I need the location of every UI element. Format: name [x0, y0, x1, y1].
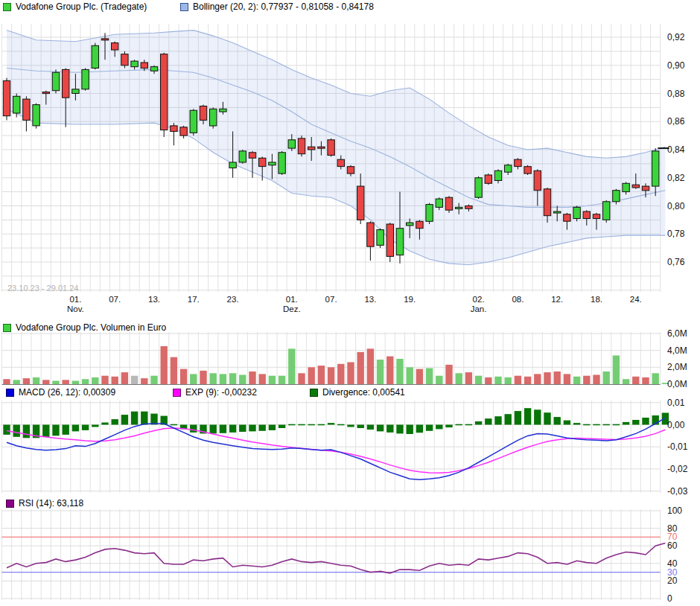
svg-text:23.10.23 - 29.01.24: 23.10.23 - 29.01.24 [7, 284, 78, 293]
svg-text:08.: 08. [512, 295, 524, 304]
legend-divergence-label: Divergence: 0,00541 [322, 387, 405, 398]
legend-macd-label: MACD (26, 12): 0,00309 [19, 387, 115, 398]
legend-volume: Vodafone Group Plc. Volumen in Euro [3, 322, 166, 333]
legend-row-macd: MACD (26, 12): 0,00309 EXP (9): -0,00232… [6, 387, 115, 398]
svg-text:18.: 18. [591, 295, 602, 304]
svg-text:0,0M: 0,0M [667, 379, 687, 389]
svg-text:24.: 24. [630, 295, 642, 304]
svg-text:01.: 01. [286, 295, 298, 304]
svg-text:17.: 17. [188, 295, 200, 304]
svg-text:07.: 07. [325, 295, 337, 304]
legend-volume-label: Vodafone Group Plc. Volumen in Euro [16, 322, 166, 333]
svg-text:4,0M: 4,0M [667, 345, 687, 356]
svg-text:19.: 19. [404, 295, 416, 304]
exp-color-swatch-icon [173, 389, 181, 397]
legend-row-volume: Vodafone Group Plc. Volumen in Euro [3, 322, 166, 333]
svg-text:0,01: 0,01 [667, 398, 685, 408]
svg-text:0,90: 0,90 [667, 60, 685, 71]
legend-macd: MACD (26, 12): 0,00309 [6, 387, 115, 398]
svg-text:100: 100 [667, 505, 682, 516]
svg-text:13.: 13. [364, 295, 376, 304]
svg-text:0,78: 0,78 [667, 229, 685, 239]
svg-text:0,00: 0,00 [667, 420, 685, 430]
svg-text:07.: 07. [109, 295, 121, 304]
svg-text:12.: 12. [551, 295, 563, 304]
svg-text:0,92: 0,92 [667, 32, 685, 42]
svg-text:01.: 01. [69, 295, 81, 304]
svg-text:6,0M: 6,0M [667, 328, 687, 339]
svg-text:02.: 02. [473, 295, 485, 304]
legend-main-symbol: Vodafone Group Plc. (Tradegate) [3, 1, 147, 12]
svg-text:0,88: 0,88 [667, 89, 685, 99]
svg-text:-0,01: -0,01 [667, 441, 688, 452]
macd-color-swatch-icon [6, 389, 14, 397]
legend-divergence: Divergence: 0,00541 [310, 387, 405, 398]
svg-text:0,82: 0,82 [667, 173, 685, 183]
rsi-color-swatch-icon [6, 500, 14, 508]
svg-text:0,84: 0,84 [667, 144, 685, 155]
legend-exp-label: EXP (9): -0,00232 [185, 387, 257, 398]
divergence-color-swatch-icon [310, 389, 318, 397]
chart-canvas[interactable]: 23.10.23 - 29.01.2401.Nov.07.13.17.23.01… [0, 0, 700, 606]
bollinger-color-swatch-icon [180, 3, 188, 11]
svg-text:-0,02: -0,02 [667, 464, 688, 474]
svg-text:13.: 13. [148, 295, 160, 304]
svg-text:0,76: 0,76 [667, 257, 685, 267]
stock-chart-page: { "legends": { "symbol": "Vodafone Group… [0, 0, 700, 606]
svg-text:60: 60 [667, 540, 678, 551]
legend-row-rsi: RSI (14): 63,118 [6, 498, 83, 508]
legend-rsi: RSI (14): 63,118 [6, 498, 83, 508]
legend-bollinger: Bollinger (20, 2): 0,77937 - 0,81058 - 0… [180, 1, 374, 12]
svg-text:-0,03: -0,03 [667, 486, 688, 497]
legend-bollinger-label: Bollinger (20, 2): 0,77937 - 0,81058 - 0… [193, 1, 374, 12]
svg-text:0: 0 [667, 593, 672, 604]
svg-text:2,0M: 2,0M [667, 362, 687, 372]
svg-text:Jan.: Jan. [471, 304, 487, 313]
legend-row-main: Vodafone Group Plc. (Tradegate) Bollinge… [3, 1, 147, 12]
svg-text:Nov.: Nov. [67, 304, 84, 313]
volume-color-swatch-icon [3, 324, 11, 332]
legend-symbol-label: Vodafone Group Plc. (Tradegate) [16, 1, 147, 12]
legend-rsi-label: RSI (14): 63,118 [19, 498, 83, 508]
legend-exp: EXP (9): -0,00232 [173, 387, 257, 398]
svg-text:Dez.: Dez. [283, 304, 301, 313]
svg-text:23.: 23. [227, 295, 239, 304]
svg-text:20: 20 [667, 575, 678, 586]
svg-text:0,80: 0,80 [667, 201, 685, 211]
svg-text:0,86: 0,86 [667, 116, 685, 127]
symbol-color-swatch-icon [3, 3, 11, 11]
